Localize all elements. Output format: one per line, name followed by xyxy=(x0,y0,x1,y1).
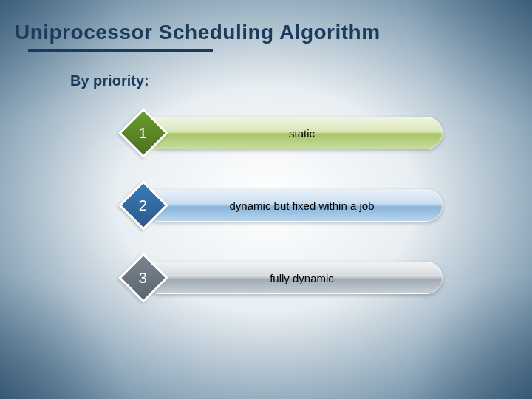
item-label: dynamic but fixed within a job xyxy=(230,200,375,212)
diamond-badge-2: 2 xyxy=(118,180,168,231)
diamond-badge-1: 1 xyxy=(118,108,168,158)
item-bar-2: dynamic but fixed within a job xyxy=(143,189,443,222)
item-bar-1: static xyxy=(143,117,443,149)
badge-number: 3 xyxy=(139,270,147,287)
item-label: static xyxy=(289,127,315,140)
priority-item-3: 3 fully dynamic xyxy=(126,260,517,296)
item-bar-3: fully dynamic xyxy=(143,262,443,294)
priority-item-1: 1 static xyxy=(126,115,517,151)
item-label: fully dynamic xyxy=(270,272,334,284)
slide-container: Uniprocessor Scheduling Algorithm By pri… xyxy=(0,0,532,399)
diamond-badge-3: 3 xyxy=(118,253,168,303)
priority-list: 1 static 2 dynamic but fixed within a jo… xyxy=(126,115,517,296)
page-title: Uniprocessor Scheduling Algorithm xyxy=(15,21,517,44)
subtitle: By priority: xyxy=(70,72,517,89)
priority-item-2: 2 dynamic but fixed within a job xyxy=(126,188,517,223)
badge-number: 2 xyxy=(139,197,147,214)
title-underline xyxy=(28,49,213,52)
badge-number: 1 xyxy=(139,125,147,142)
